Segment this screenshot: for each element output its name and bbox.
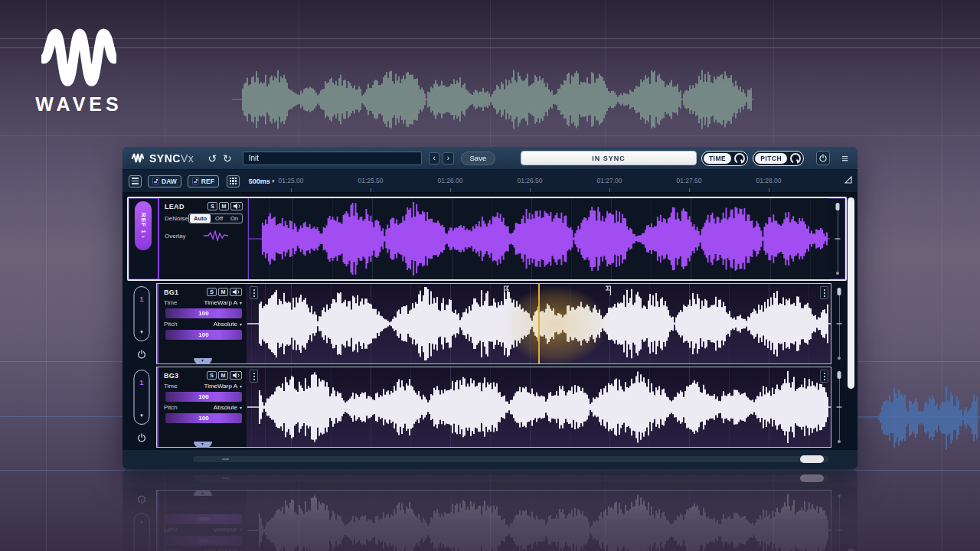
bg1-waveform-area[interactable] — [247, 284, 831, 364]
power-button[interactable] — [816, 151, 830, 165]
listen-button[interactable] — [230, 371, 242, 380]
grid-resolution-dropdown[interactable]: 500ms ▾ — [249, 178, 275, 185]
bg3-waveform — [247, 367, 831, 447]
bg3-track-header: BG3 S M Ti — [157, 367, 247, 447]
plugin-reflection: SYNCVx ↺ ↻ ‹ › Save IN SYNC TIME PITCH ≡ — [122, 469, 858, 551]
solo-button[interactable]: S — [207, 202, 217, 210]
bg3-track-row: 1 ▾ BG3 S M — [127, 367, 847, 448]
bg-gridline — [0, 38, 980, 39]
time-knob-control[interactable]: TIME — [701, 151, 748, 166]
next-preset-button[interactable]: › — [443, 152, 453, 165]
timeline-label: 01:27.50 — [676, 177, 701, 184]
preset-name-input[interactable] — [243, 152, 422, 165]
timeline-label: 01:25.50 — [358, 177, 383, 184]
clip-menu-icon[interactable] — [250, 370, 258, 383]
bg1-power-button[interactable] — [137, 350, 147, 362]
waves-mini-icon — [132, 153, 144, 163]
chevron-down-icon: ▾ — [140, 412, 143, 419]
time-amount-slider[interactable]: 100 — [165, 308, 242, 318]
save-button[interactable]: Save — [461, 152, 496, 165]
timeline-label: 01:26.50 — [517, 177, 542, 184]
ruler-flag-icon[interactable] — [844, 176, 852, 184]
solo-button[interactable]: S — [207, 371, 217, 380]
horizontal-scrollbar-track[interactable] — [193, 456, 828, 462]
pitch-mode-label: Pitch — [164, 321, 178, 328]
pitch-knob[interactable] — [790, 153, 801, 164]
bg3-track-selector[interactable]: 1 ▾ — [134, 370, 150, 425]
pitch-amount-slider[interactable]: 100 — [165, 330, 242, 340]
grid-icon[interactable] — [227, 175, 240, 187]
redo-icon[interactable]: ↻ — [220, 153, 235, 164]
expand-header-tab[interactable]: ▾ — [194, 358, 212, 364]
bg3-track-gutter: 1 ▾ — [127, 367, 156, 448]
menu-icon[interactable]: ≡ — [841, 152, 848, 165]
timeline-label: 01:28.00 — [756, 177, 781, 184]
ref-source-button[interactable]: REF — [188, 175, 219, 187]
overlay-waveform-icon[interactable] — [203, 230, 229, 241]
clip-menu-icon[interactable] — [250, 286, 258, 299]
bg3-power-button[interactable] — [137, 433, 147, 445]
pitch-mode-dropdown[interactable]: Absolute ▾ — [214, 321, 242, 328]
listen-button[interactable] — [230, 202, 243, 210]
time-label: TIME — [704, 153, 731, 164]
time-mode-label: Time — [164, 299, 177, 306]
daw-source-button[interactable]: DAW — [148, 175, 181, 187]
chevron-icon: › — [139, 236, 147, 239]
denoise-option-off[interactable]: Off — [211, 214, 227, 223]
sync-marker-flag-icon[interactable] — [605, 285, 612, 295]
playhead-cursor[interactable] — [538, 284, 540, 364]
denoise-option-auto[interactable]: Auto — [190, 214, 211, 223]
speaker-icon — [232, 372, 240, 379]
time-amount-slider[interactable]: 100 — [165, 392, 242, 402]
bg1-zoom-slider-handle[interactable] — [838, 288, 841, 295]
power-icon — [818, 154, 828, 163]
clip-menu-icon[interactable] — [820, 370, 828, 383]
chevron-down-icon: ▾ — [140, 329, 143, 335]
bg3-zoom-slider-handle[interactable] — [838, 371, 841, 379]
ref-zoom-slider-zone — [830, 198, 845, 279]
tracklist-icon[interactable] — [129, 175, 142, 187]
time-mode-dropdown[interactable]: TimeWarp A ▾ — [204, 383, 242, 390]
ref-waveform-area[interactable] — [248, 198, 830, 279]
bg1-selector-value: 1 — [139, 295, 143, 303]
time-mode-label: Time — [164, 383, 177, 390]
ref-track-tab-label: REF 1 — [140, 213, 147, 234]
ref-track-tab[interactable]: REF 1 › — [135, 201, 152, 250]
daw-source-icon — [152, 178, 159, 184]
bg1-track-header: BG1 S M Ti — [157, 284, 247, 364]
bg3-waveform-area[interactable] — [247, 367, 831, 447]
bg-gridline — [0, 47, 980, 48]
app-title: SYNCVx — [149, 152, 194, 165]
bg1-track-selector[interactable]: 1 ▾ — [134, 286, 150, 341]
mute-button[interactable]: M — [219, 202, 229, 210]
pitch-knob-control[interactable]: PITCH — [753, 151, 804, 166]
mute-button[interactable]: M — [218, 371, 228, 380]
chevron-down-icon: ▾ — [240, 321, 242, 327]
pitch-amount-slider[interactable]: 100 — [165, 413, 242, 423]
ref-track-row: REF 1 › LEAD S M — [127, 197, 847, 281]
time-mode-dropdown[interactable]: TimeWarp A ▾ — [204, 299, 242, 306]
mute-button[interactable]: M — [218, 288, 228, 296]
undo-icon[interactable]: ↺ — [204, 153, 220, 164]
time-knob[interactable] — [734, 153, 745, 164]
pitch-mode-dropdown[interactable]: Absolute ▾ — [214, 404, 242, 411]
waves-logo: WAVES — [29, 26, 129, 116]
power-icon — [137, 350, 147, 360]
expand-header-tab[interactable]: ▾ — [194, 442, 212, 448]
listen-button[interactable] — [230, 288, 242, 296]
ref-track-name: LEAD — [165, 203, 185, 210]
prev-preset-button[interactable]: ‹ — [429, 152, 439, 165]
horizontal-scrollbar-handle[interactable] — [800, 455, 824, 463]
timeline-label: 01:25.00 — [278, 177, 303, 184]
waves-logo-text: WAVES — [29, 93, 129, 116]
ref-zoom-slider-handle[interactable] — [836, 203, 840, 210]
sync-marker-flag-icon[interactable] — [503, 285, 510, 295]
clip-menu-icon[interactable] — [820, 286, 828, 299]
chevron-down-icon: ▾ — [240, 405, 242, 410]
timeline-label: 01:26.00 — [437, 177, 462, 184]
vertical-scrollbar[interactable] — [848, 197, 854, 389]
solo-button[interactable]: S — [207, 288, 217, 296]
denoise-segmented-control[interactable]: Auto Off On — [188, 214, 243, 223]
ref-track-header: LEAD S M DeNoise — [158, 198, 248, 279]
denoise-option-on[interactable]: On — [227, 214, 242, 223]
